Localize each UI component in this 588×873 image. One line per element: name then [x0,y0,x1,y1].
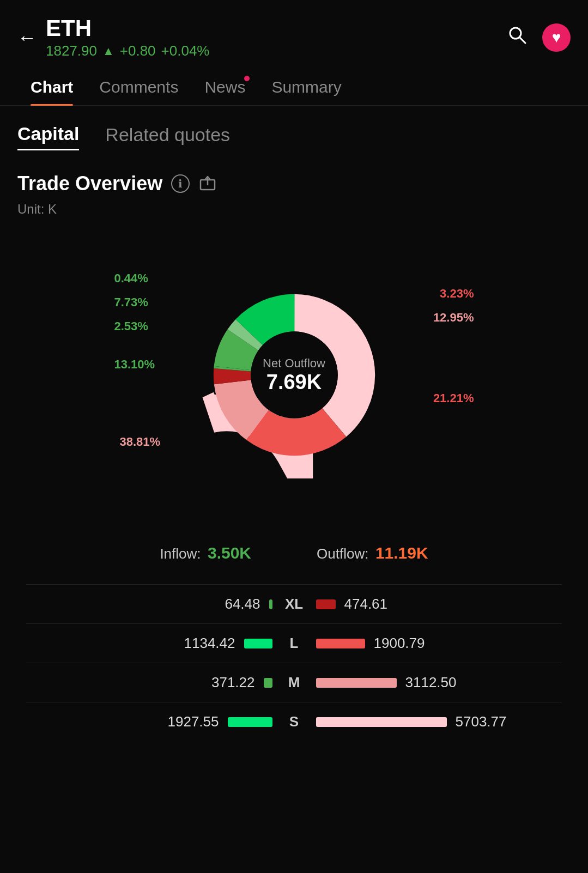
trade-left-M: 371.22 [26,674,272,691]
outflow-bar-M [316,678,397,688]
header-left: ← ETH 1827.90 ▲ +0.80 +0.04% [17,15,209,59]
favorite-button[interactable]: ♥ [542,23,571,52]
label-12.95: 12.95% [433,311,474,325]
table-row: 1927.55 S 5703.77 [17,702,571,741]
inflow-value-L: 1134.42 [170,635,235,652]
outflow-value-XL: 474.61 [344,596,388,613]
inflow-label: Inflow: [160,545,201,562]
sub-tab-capital[interactable]: Capital [17,123,79,150]
sub-tabs: Capital Related quotes [17,123,571,150]
outflow-value: 11.19K [375,544,428,562]
tab-comments[interactable]: Comments [86,68,191,105]
inflow-bar-M [264,678,272,688]
donut-center-value: 7.69K [263,371,325,394]
label-38.81: 38.81% [120,435,161,449]
price-change-abs: +0.80 [120,43,156,59]
inflow-bar-S [228,717,272,727]
label-0.44: 0.44% [114,271,148,286]
table-row: 64.48 XL 474.61 [17,585,571,623]
nav-tabs: Chart Comments News Summary [0,68,588,106]
inflow-item: Inflow: 3.50K [160,544,251,562]
table-row: 1134.42 L 1900.79 [17,624,571,663]
back-button[interactable]: ← [17,28,37,47]
trade-left-S: 1927.55 [26,713,272,730]
ticker-price-row: 1827.90 ▲ +0.80 +0.04% [46,43,209,59]
header-right: ♥ [507,23,571,52]
outflow-value-L: 1900.79 [374,635,425,652]
news-notification-dot [244,76,250,81]
donut-center: Net Outflow 7.69K [263,356,325,394]
outflow-value-M: 3112.50 [405,674,457,691]
info-icon[interactable]: ℹ [171,174,190,193]
inflow-value-M: 371.22 [190,674,255,691]
label-3.23: 3.23% [440,287,474,301]
chart-wrapper: 0.44% 7.73% 2.53% 13.10% 3.23% 12.95% 21… [109,239,480,511]
label-13.10: 13.10% [114,357,155,372]
section-title: Trade Overview [17,172,162,195]
outflow-item: Outflow: 11.19K [317,544,428,562]
trade-right-L: 1900.79 [316,635,562,652]
label-2.53: 2.53% [114,319,148,334]
outflow-value-S: 5703.77 [456,713,507,730]
sub-tab-related[interactable]: Related quotes [105,124,230,150]
inflow-value: 3.50K [208,544,251,562]
ticker-symbol: ETH [46,15,209,41]
header: ← ETH 1827.90 ▲ +0.80 +0.04% ♥ [0,0,588,68]
section-title-row: Trade Overview ℹ [17,172,571,195]
trade-left-XL: 64.48 [26,596,272,613]
label-21.21: 21.21% [433,391,474,405]
size-label-S: S [272,713,316,730]
chart-area: 0.44% 7.73% 2.53% 13.10% 3.23% 12.95% 21… [17,239,571,511]
tab-news[interactable]: News [191,68,258,105]
trade-right-XL: 474.61 [316,596,562,613]
price-change-pct: +0.04% [161,43,210,59]
inflow-value-XL: 64.48 [195,596,260,613]
flow-summary: Inflow: 3.50K Outflow: 11.19K [17,544,571,562]
tab-summary[interactable]: Summary [258,68,354,105]
donut-center-label: Net Outflow [263,356,325,371]
size-label-L: L [272,635,316,652]
outflow-bar-L [316,639,365,648]
table-row: 371.22 M 3112.50 [17,663,571,702]
search-icon[interactable] [507,25,527,50]
size-label-M: M [272,674,316,691]
label-7.73: 7.73% [114,295,148,310]
trade-right-S: 5703.77 [316,713,562,730]
trade-table: 64.48 XL 474.61 1134.42 L 1900.79 [17,584,571,741]
price-arrow: ▲ [102,44,114,58]
inflow-value-S: 1927.55 [154,713,219,730]
outflow-label: Outflow: [317,545,368,562]
price-value: 1827.90 [46,43,97,59]
outflow-bar-S [316,717,447,727]
trade-left-L: 1134.42 [26,635,272,652]
inflow-bar-L [244,639,272,648]
svg-line-1 [520,38,525,43]
unit-label: Unit: K [17,202,571,217]
share-icon[interactable] [198,174,217,193]
main-content: Capital Related quotes Trade Overview ℹ … [0,106,588,741]
size-label-XL: XL [272,596,316,613]
ticker-info: ETH 1827.90 ▲ +0.80 +0.04% [46,15,209,59]
outflow-bar-XL [316,599,336,609]
tab-chart[interactable]: Chart [17,68,86,105]
trade-right-M: 3112.50 [316,674,562,691]
